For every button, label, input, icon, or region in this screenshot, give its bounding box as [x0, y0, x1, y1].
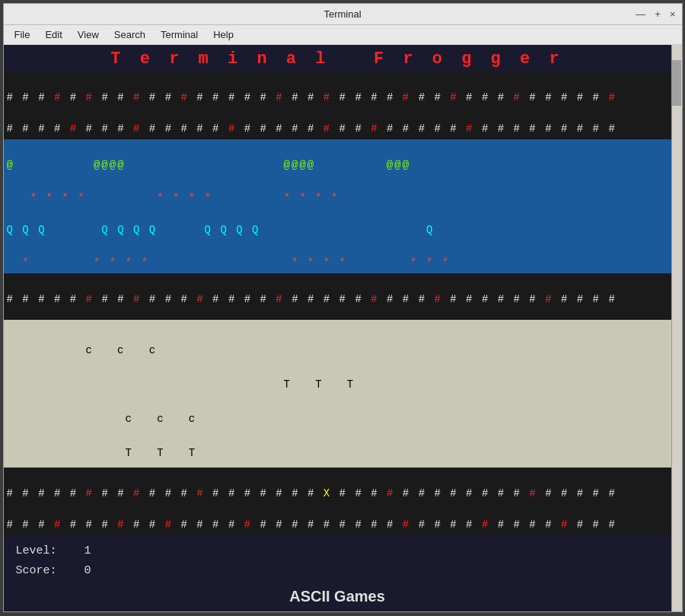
road-middle: # # # # # # # # # # # # # # # # # # # # … — [4, 273, 671, 320]
road-top: # # # # # # # # # # # # # # # # # # # # … — [4, 72, 671, 139]
minimize-button[interactable]: — — [636, 8, 645, 20]
menu-file[interactable]: File — [8, 27, 37, 42]
score-label: Score: — [16, 564, 57, 577]
level-label: Level: — [16, 544, 57, 557]
terminal-window: Terminal — + × File Edit View Search Ter… — [3, 3, 683, 612]
window-title: Terminal — [323, 8, 361, 20]
score-value: 0 — [84, 564, 91, 577]
maximize-button[interactable]: + — [655, 8, 661, 20]
title-bar: Terminal — + × — [4, 4, 682, 25]
close-button[interactable]: × — [670, 8, 676, 20]
score-display: Score: 0 — [16, 561, 659, 581]
menu-edit[interactable]: Edit — [39, 27, 68, 42]
safe-row-2: T T T — [7, 377, 668, 392]
menu-bar: File Edit View Search Terminal Help — [4, 25, 682, 45]
status-section: Level: 1 Score: 0 — [4, 535, 671, 583]
river-row-3: Q Q Q Q Q Q Q Q Q Q Q Q — [7, 222, 668, 238]
road-mid-1: # # # # # # # # # # # # # # # # # # # # … — [7, 292, 668, 307]
terminal-main: T e r m i n a l F r o g g e r # # # # # … — [4, 45, 671, 611]
level-display: Level: 1 — [16, 541, 659, 561]
road-row-2: # # # # # # # # # # # # # # # # # # # # … — [7, 121, 668, 136]
road-row-1: # # # # # # # # # # # # # # # # # # # # … — [7, 90, 668, 105]
window-controls[interactable]: — + × — [636, 8, 675, 20]
ascii-games-label: ASCII Games — [4, 583, 671, 611]
safe-row-1: c c c — [7, 343, 668, 358]
level-value: 1 — [84, 544, 91, 557]
safe-row-3: c c c — [7, 411, 668, 426]
road-bot-1: # # # # # # # # # # # # # # # # # # # # … — [7, 486, 668, 501]
river-row-2: * * * * * * * * * * * * — [7, 190, 668, 206]
road-bottom: # # # # # # # # # # # # # # # # # # # # … — [4, 468, 671, 535]
scrollbar-thumb[interactable] — [672, 60, 681, 106]
game-title: T e r m i n a l F r o g g e r — [4, 45, 671, 72]
menu-view[interactable]: View — [72, 27, 105, 42]
road-bot-2: # # # # # # # # # # # # # # # # # # # # … — [7, 517, 668, 532]
river-row-1: @ @@@@ @@@@ @@@ — [7, 158, 668, 173]
river-row-4: * * * * * * * * * * * * — [7, 255, 668, 270]
menu-terminal[interactable]: Terminal — [155, 27, 204, 42]
river-section: @ @@@@ @@@@ @@@ * * * * * * * * * * * * … — [4, 139, 671, 273]
terminal-content: T e r m i n a l F r o g g e r # # # # # … — [4, 45, 682, 611]
scrollbar[interactable] — [671, 45, 682, 611]
terminal-scroll-area: T e r m i n a l F r o g g e r # # # # # … — [4, 45, 682, 611]
safe-row-4: T T T — [7, 445, 668, 461]
menu-help[interactable]: Help — [207, 27, 240, 42]
menu-search[interactable]: Search — [108, 27, 151, 42]
safe-zone: c c c T T T c c c T T T c c c — [4, 320, 671, 467]
ascii-games-text: ASCII Games — [289, 588, 385, 605]
